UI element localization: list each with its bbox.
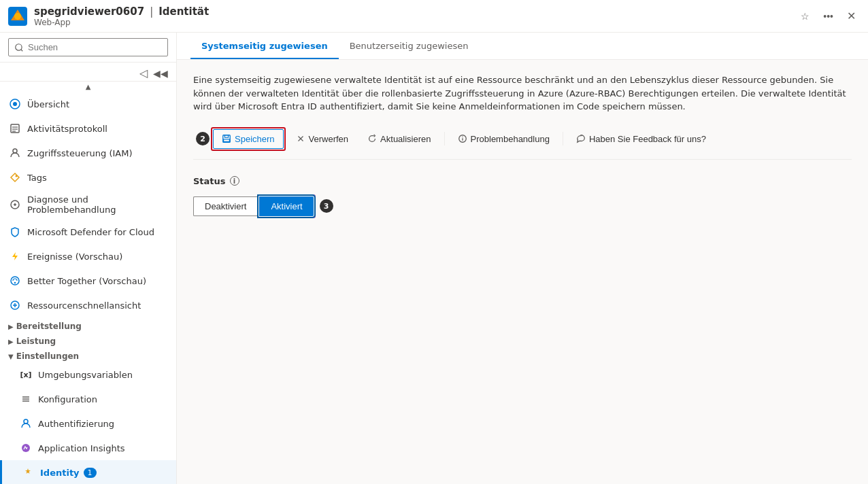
better-together-icon xyxy=(8,274,22,288)
sidebar-item-label-tags: Tags xyxy=(27,173,47,183)
sidebar-group-label-leistung: Leistung xyxy=(16,336,56,346)
more-options-button[interactable]: ••• xyxy=(819,8,837,24)
sidebar-item-label-env-vars: Umgebungsvariablen xyxy=(38,370,133,380)
status-info-icon[interactable]: i xyxy=(230,176,239,186)
page-title: Identität xyxy=(158,5,209,18)
einstellungen-chevron-icon: ▼ xyxy=(8,353,14,360)
sidebar-item-config[interactable]: Konfiguration xyxy=(0,387,176,411)
activated-label: Aktiviert xyxy=(271,201,302,211)
sidebar-item-env-vars[interactable]: [x] Umgebungsvariablen xyxy=(0,362,176,387)
description-text: Eine systemseitig zugewiesene verwaltete… xyxy=(193,73,846,114)
sidebar-item-label-activity: Aktivitätsprotokoll xyxy=(27,124,107,134)
toolbar: 2 Speichern Verwerfen Aktualisieren xyxy=(193,127,852,160)
step2-badge: 2 xyxy=(196,132,210,145)
save-highlight-box: Speichern xyxy=(211,127,286,151)
bereitstellung-chevron-icon: ▶ xyxy=(8,323,14,330)
title-bar-actions: ☆ ••• ✕ xyxy=(797,7,860,25)
app-logo xyxy=(8,7,27,26)
tab-system[interactable]: Systemseitig zugewiesen xyxy=(190,33,339,59)
sidebar-item-better-together[interactable]: Better Together (Vorschau) xyxy=(0,269,176,293)
svg-point-9 xyxy=(13,149,17,153)
sidebar-item-label-config: Konfiguration xyxy=(38,394,97,404)
sidebar-group-leistung[interactable]: ▶ Leistung xyxy=(0,332,176,347)
sidebar-group-einstellungen[interactable]: ▼ Einstellungen xyxy=(0,347,176,362)
sidebar-item-label-better-together: Better Together (Vorschau) xyxy=(27,276,146,286)
sidebar-item-label-iam: Zugriffssteuerung (IAM) xyxy=(27,148,132,158)
svg-point-11 xyxy=(11,277,19,285)
sidebar-item-identity[interactable]: Identity 1 xyxy=(0,460,176,484)
activity-icon xyxy=(8,122,22,135)
sidebar-item-iam[interactable]: Zugriffssteuerung (IAM) xyxy=(0,141,176,165)
refresh-button[interactable]: Aktualisieren xyxy=(358,129,439,149)
save-icon xyxy=(222,134,231,143)
sidebar-item-label-auth: Authentifizierung xyxy=(38,419,114,429)
title-bar: spegridviewer0607 | Identität Web-App ☆ … xyxy=(0,0,868,33)
discard-icon xyxy=(296,134,305,143)
toggle-pin-button[interactable]: ◀◀ xyxy=(150,67,171,80)
collapse-sidebar-button[interactable]: ◁ xyxy=(137,65,150,81)
refresh-button-label: Aktualisieren xyxy=(380,134,431,144)
scroll-up-indicator[interactable]: ▲ xyxy=(0,82,176,92)
svg-point-2 xyxy=(14,13,21,20)
sidebar-item-auth[interactable]: Authentifizierung xyxy=(0,411,176,436)
toolbar-divider xyxy=(444,132,445,145)
content-area: Systemseitig zugewiesen Benutzerseitig z… xyxy=(177,33,868,484)
sidebar-item-label-insights: Application Insights xyxy=(38,443,125,453)
sidebar-item-label-diagnose: Diagnose und Problembehandlung xyxy=(27,194,168,215)
deactivated-label: Deaktiviert xyxy=(205,201,246,211)
sidebar-item-insights[interactable]: Application Insights xyxy=(0,436,176,460)
discard-button[interactable]: Verwerfen xyxy=(287,129,358,149)
sidebar-item-activity[interactable]: Aktivitätsprotokoll xyxy=(0,116,176,141)
sidebar-search-container xyxy=(0,33,176,63)
activated-highlight-box: Aktiviert xyxy=(257,194,315,218)
main-layout: ◁ ◀◀ ▲ Übersicht Aktivitätsprotokoll xyxy=(0,33,868,484)
status-label-row: Status i xyxy=(193,176,852,186)
sidebar-item-events[interactable]: Ereignisse (Vorschau) xyxy=(0,244,176,269)
auth-icon xyxy=(19,417,33,430)
sidebar-item-tags[interactable]: Tags xyxy=(0,165,176,190)
sidebar-item-defender[interactable]: Microsoft Defender for Cloud xyxy=(0,220,176,244)
diagnose-icon xyxy=(8,198,22,211)
feedback-icon xyxy=(576,134,586,143)
status-section: Status i Deaktiviert Aktiviert 3 xyxy=(193,176,852,218)
sidebar-item-overview[interactable]: Übersicht xyxy=(0,92,176,116)
step3-badge: 3 xyxy=(320,199,333,213)
sidebar-item-label-resource-view: Ressourcenschnellansicht xyxy=(27,300,141,311)
sidebar-item-resource-view[interactable]: Ressourcenschnellansicht xyxy=(0,293,176,317)
page-subtitle: Web-App xyxy=(34,18,797,27)
sidebar-group-bereitstellung[interactable]: ▶ Bereitstellung xyxy=(0,317,176,332)
iam-icon xyxy=(8,146,22,160)
sidebar-item-label-identity: Identity xyxy=(40,468,80,478)
troubleshoot-button-label: Problembehandlung xyxy=(471,134,550,144)
feedback-button[interactable]: Haben Sie Feedback für uns? xyxy=(567,129,715,149)
sidebar-item-label-overview: Übersicht xyxy=(27,99,69,109)
close-button[interactable]: ✕ xyxy=(843,7,860,25)
svg-rect-22 xyxy=(223,135,231,143)
activated-toggle-button[interactable]: Aktiviert xyxy=(259,196,313,216)
identity-badge: 1 xyxy=(84,468,97,478)
sidebar-scroll: ▲ Übersicht Aktivitätsprotokoll xyxy=(0,82,176,484)
defender-icon xyxy=(8,225,22,239)
content-body: Eine systemseitig zugewiesene verwaltete… xyxy=(177,60,868,484)
save-button-label: Speichern xyxy=(235,134,275,144)
save-button[interactable]: Speichern xyxy=(213,129,284,149)
tab-user[interactable]: Benutzerseitig zugewiesen xyxy=(339,33,480,59)
tab-system-label: Systemseitig zugewiesen xyxy=(201,41,328,51)
discard-button-label: Verwerfen xyxy=(309,134,349,144)
sidebar-group-label-bereitstellung: Bereitstellung xyxy=(16,322,82,331)
svg-point-10 xyxy=(16,175,18,177)
leistung-chevron-icon: ▶ xyxy=(8,338,14,345)
deactivated-toggle-button[interactable]: Deaktiviert xyxy=(193,196,257,216)
favorite-button[interactable]: ☆ xyxy=(797,8,814,24)
refresh-icon xyxy=(367,134,377,143)
troubleshoot-button[interactable]: Problembehandlung xyxy=(449,129,558,149)
sidebar-item-diagnose[interactable]: Diagnose und Problembehandlung xyxy=(0,190,176,220)
tab-user-label: Benutzerseitig zugewiesen xyxy=(350,41,469,51)
feedback-button-label: Haben Sie Feedback für uns? xyxy=(589,134,706,144)
config-icon xyxy=(19,392,33,406)
search-input[interactable] xyxy=(8,38,168,56)
toolbar-divider2 xyxy=(563,132,563,145)
sidebar-group-label-einstellungen: Einstellungen xyxy=(16,351,79,361)
svg-point-28 xyxy=(462,137,463,137)
sidebar-item-label-defender: Microsoft Defender for Cloud xyxy=(27,227,154,237)
